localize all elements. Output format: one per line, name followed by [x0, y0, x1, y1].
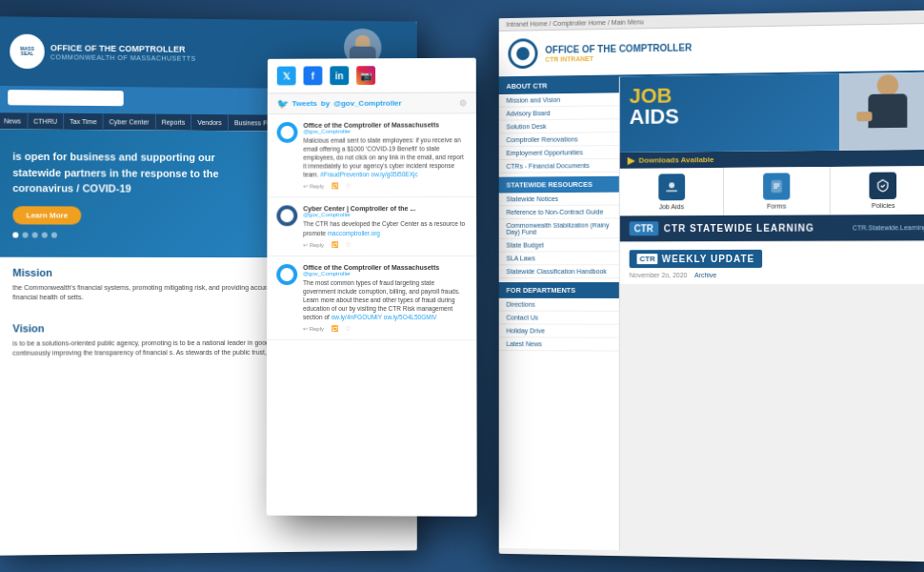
sidebar-link-news[interactable]: Latest News: [499, 337, 619, 351]
tweets-by: by: [321, 99, 330, 108]
tweet-like-2[interactable]: ♡: [346, 241, 351, 248]
learning-link[interactable]: CTR.Statewide.Learning: [853, 224, 924, 231]
tweet-handle-2[interactable]: @gov_Comptroller: [303, 212, 467, 217]
linkedin-icon[interactable]: in: [330, 66, 349, 85]
sidebar-link-sla[interactable]: SLA Laws: [499, 252, 619, 265]
weekly-archive-link[interactable]: Archive: [694, 272, 716, 278]
icon-cell-jobaid[interactable]: ? Job Aids: [620, 168, 724, 216]
sidebar-resources-header: Statewide Resources: [499, 176, 619, 194]
nav-taxtime[interactable]: Tax Time: [64, 113, 103, 130]
jobaid-icon-label: Job Aids: [659, 203, 684, 210]
search-input-mock[interactable]: [8, 90, 124, 106]
sidebar-about-header: About CTR: [499, 76, 619, 94]
dot-3[interactable]: [32, 232, 38, 237]
job-aids-banner: Job Aids: [620, 72, 924, 153]
sidebar-link-ctrs-fin[interactable]: CTRs - Financial Documents: [499, 159, 619, 174]
facebook-icon[interactable]: f: [304, 66, 323, 85]
svg-rect-5: [773, 186, 779, 187]
icon-cell-forms[interactable]: Forms: [724, 167, 829, 215]
sidebar-dept-header: For Departments: [499, 282, 619, 298]
downloads-label: Downloads Available: [639, 155, 714, 165]
twitter-icon[interactable]: 𝕏: [277, 67, 296, 86]
tweet-actions-2: ↩ Reply 🔁 ♡: [303, 241, 467, 248]
tweet-content-3: Office of the Comptroller of Massachuset…: [303, 264, 467, 333]
ctr-weekly-badge: CTR: [637, 254, 658, 264]
tweets-settings-icon[interactable]: ⚙: [459, 98, 467, 108]
person-head: [877, 74, 898, 96]
icon-grid: ? Job Aids Forms: [620, 166, 924, 215]
tweet-retweet-2[interactable]: 🔁: [331, 241, 338, 248]
tweet-reply-2[interactable]: ↩ Reply: [303, 241, 324, 248]
policies-icon-label: Policies: [872, 202, 895, 209]
sidebar-link-stabilization[interactable]: Commonwealth Stabilization (Rainy Day) F…: [499, 218, 619, 238]
tweet-retweet-1[interactable]: 🔁: [331, 183, 338, 190]
site-subtitle: COMMONWEALTH OF MASSACHUSETTS: [50, 54, 196, 63]
sidebar-link-advisory[interactable]: Advisory Board: [499, 106, 619, 120]
tweet-like-1[interactable]: ♡: [346, 183, 351, 190]
tweet-reply-1[interactable]: ↩ Reply: [303, 183, 324, 190]
svg-rect-4: [773, 184, 779, 185]
site-logo-top: MASSSEAL OFFICE OF THE COMPTROLLER COMMO…: [10, 34, 195, 71]
dot-2[interactable]: [22, 232, 28, 237]
tweet-author-3: Office of the Comptroller of Massachuset…: [303, 264, 467, 271]
downloads-arrow-icon: ▶: [628, 155, 635, 166]
learning-title: CTR STATEWIDE LEARNING: [664, 223, 814, 235]
policies-icon: [870, 173, 897, 200]
sidebar-link-noncontract[interactable]: Reference to Non-Contract Guide: [499, 206, 619, 219]
sidebar-link-budget[interactable]: State Budget: [499, 238, 619, 252]
intranet-content: About CTR Mission and Vision Advisory Bo…: [499, 72, 924, 557]
icon-cell-policies[interactable]: Policies: [830, 166, 924, 214]
forms-icon: [763, 173, 790, 199]
instagram-icon[interactable]: 📷: [356, 66, 375, 85]
sidebar-link-notices[interactable]: Statewide Notices: [499, 193, 619, 207]
sidebar-link-classification[interactable]: Statewide Classification Handbook: [499, 265, 619, 278]
nav-cthru[interactable]: CTHRU: [28, 112, 64, 129]
sidebar-link-contact[interactable]: Contact Us: [499, 312, 619, 325]
tweet-reply-3[interactable]: ↩ Reply: [303, 325, 324, 332]
tweet-item-2: Cyber Center | Comptroller of the ... @g…: [267, 197, 476, 255]
tweets-social-header: 𝕏 f in 📷: [268, 58, 476, 94]
dot-1[interactable]: [12, 232, 18, 237]
tweet-handle-1[interactable]: @gov_Comptroller: [303, 128, 466, 134]
dot-4[interactable]: [42, 232, 48, 237]
sidebar-link-holiday[interactable]: Holiday Drive: [499, 324, 619, 337]
tweet-avatar-img-2: [278, 208, 295, 225]
tweet-like-3[interactable]: ♡: [346, 325, 351, 332]
weekly-update-section: CTR WEEKLY UPDATE November 2o, 2020 Arch…: [620, 240, 924, 284]
tweet-content-1: Office of the Comptroller of Massachuset…: [303, 121, 467, 190]
intranet-sidebar: About CTR Mission and Vision Advisory Bo…: [499, 76, 620, 550]
sidebar-link-comptroller-ren[interactable]: Comptroller Renovations: [499, 133, 619, 147]
hero-text: is open for business and supporting our …: [12, 149, 243, 197]
tweet-actions-1: ↩ Reply 🔁 ♡: [303, 183, 467, 190]
svg-rect-1: [666, 190, 677, 192]
sidebar-link-solution[interactable]: Solution Desk: [499, 119, 619, 133]
weekly-update-box: CTR WEEKLY UPDATE: [630, 250, 763, 268]
tweet-avatar-2: [276, 206, 297, 227]
sidebar-link-directions[interactable]: Directions: [499, 298, 619, 312]
breadcrumb-text: Intranet Home / Comptroller Home / Main …: [506, 18, 643, 28]
nav-cybercenter[interactable]: Cyber Center: [104, 113, 156, 130]
nav-reports[interactable]: Reports: [156, 114, 192, 131]
tweet-avatar-img-1: [279, 124, 296, 141]
tweet-handle-3[interactable]: @gov_Comptroller: [303, 271, 467, 276]
learn-more-button[interactable]: Learn More: [12, 206, 81, 224]
intranet-title: OFFICE OF THE COMPTROLLER: [545, 42, 692, 55]
tweet-retweet-3[interactable]: 🔁: [331, 325, 338, 332]
tweet-text-1: Malicious email sent to state employees:…: [303, 135, 467, 179]
site-logo-area: MASSSEAL OFFICE OF THE COMPTROLLER COMMO…: [10, 34, 195, 71]
tweets-handle[interactable]: @gov_Comptroller: [333, 99, 401, 108]
weekly-date: November 2o, 2020 Archive: [630, 272, 924, 278]
nav-vendors[interactable]: Vendors: [191, 114, 229, 131]
weekly-title: WEEKLY UPDATE: [662, 254, 755, 264]
person-torso: [868, 93, 907, 128]
sidebar-link-employment[interactable]: Employment Opportunities: [499, 146, 619, 160]
tweet-actions-3: ↩ Reply 🔁 ♡: [303, 325, 467, 332]
sidebar-about-section: About CTR Mission and Vision Advisory Bo…: [499, 76, 619, 173]
intranet-logo-circle: [508, 38, 537, 69]
sidebar-resources-section: Statewide Resources Statewide Notices Re…: [499, 176, 619, 278]
intranet-title-block: OFFICE OF THE COMPTROLLER CTR INTRANET: [545, 42, 692, 62]
nav-news[interactable]: News: [0, 112, 28, 129]
job-aids-text: Job Aids: [630, 86, 679, 128]
dot-5[interactable]: [51, 232, 57, 237]
tweet-item-1: Office of the Comptroller of Massachuset…: [268, 113, 477, 198]
